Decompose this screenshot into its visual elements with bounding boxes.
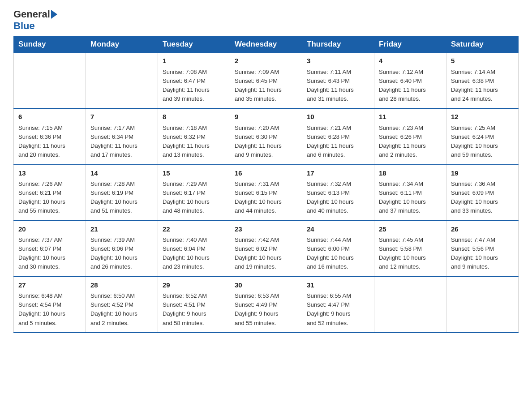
header-tuesday: Tuesday — [158, 36, 230, 53]
day-number: 22 — [163, 224, 225, 235]
day-number: 28 — [90, 280, 153, 291]
day-number: 15 — [163, 168, 225, 179]
day-info: Sunrise: 7:40 AM Sunset: 6:04 PM Dayligh… — [163, 235, 225, 272]
calendar-cell — [446, 277, 519, 333]
calendar-cell: 13Sunrise: 7:26 AM Sunset: 6:21 PM Dayli… — [14, 165, 86, 221]
day-number: 7 — [90, 112, 153, 122]
week-row-5: 27Sunrise: 6:48 AM Sunset: 4:54 PM Dayli… — [14, 277, 519, 333]
day-info: Sunrise: 7:25 AM Sunset: 6:24 PM Dayligh… — [451, 124, 514, 160]
day-info: Sunrise: 6:50 AM Sunset: 4:52 PM Dayligh… — [90, 291, 153, 328]
calendar-cell: 9Sunrise: 7:20 AM Sunset: 6:30 PM Daylig… — [230, 108, 302, 164]
calendar-cell: 31Sunrise: 6:55 AM Sunset: 4:47 PM Dayli… — [302, 277, 374, 333]
week-row-1: 1Sunrise: 7:08 AM Sunset: 6:47 PM Daylig… — [14, 53, 519, 109]
week-row-3: 13Sunrise: 7:26 AM Sunset: 6:21 PM Dayli… — [14, 165, 519, 221]
day-info: Sunrise: 7:45 AM Sunset: 5:58 PM Dayligh… — [379, 235, 442, 272]
day-number: 20 — [18, 224, 81, 235]
day-info: Sunrise: 7:08 AM Sunset: 6:47 PM Dayligh… — [163, 68, 225, 104]
day-number: 17 — [307, 168, 369, 179]
header-wednesday: Wednesday — [230, 36, 302, 53]
day-number: 10 — [307, 112, 369, 122]
day-number: 31 — [307, 280, 369, 291]
calendar-cell: 29Sunrise: 6:52 AM Sunset: 4:51 PM Dayli… — [158, 277, 230, 333]
day-number: 2 — [235, 56, 297, 66]
calendar-cell: 7Sunrise: 7:17 AM Sunset: 6:34 PM Daylig… — [86, 108, 158, 164]
day-info: Sunrise: 6:55 AM Sunset: 4:47 PM Dayligh… — [307, 291, 369, 328]
calendar-table: SundayMondayTuesdayWednesdayThursdayFrid… — [13, 36, 519, 333]
logo-text-blue: Blue — [13, 21, 35, 31]
day-info: Sunrise: 7:18 AM Sunset: 6:32 PM Dayligh… — [163, 124, 225, 160]
day-info: Sunrise: 7:14 AM Sunset: 6:38 PM Dayligh… — [451, 68, 514, 104]
calendar-cell: 25Sunrise: 7:45 AM Sunset: 5:58 PM Dayli… — [374, 221, 446, 277]
calendar-cell — [14, 53, 86, 109]
day-number: 16 — [235, 168, 297, 179]
calendar-header-row: SundayMondayTuesdayWednesdayThursdayFrid… — [14, 36, 519, 53]
header-sunday: Sunday — [14, 36, 86, 53]
calendar-cell: 27Sunrise: 6:48 AM Sunset: 4:54 PM Dayli… — [14, 277, 86, 333]
day-info: Sunrise: 7:32 AM Sunset: 6:13 PM Dayligh… — [307, 180, 369, 216]
day-info: Sunrise: 7:36 AM Sunset: 6:09 PM Dayligh… — [451, 180, 514, 216]
day-number: 14 — [90, 168, 153, 179]
day-info: Sunrise: 7:37 AM Sunset: 6:07 PM Dayligh… — [18, 235, 81, 272]
page-header: General Blue — [13, 9, 519, 31]
calendar-cell: 23Sunrise: 7:42 AM Sunset: 6:02 PM Dayli… — [230, 221, 302, 277]
day-number: 29 — [163, 280, 225, 291]
calendar-cell: 28Sunrise: 6:50 AM Sunset: 4:52 PM Dayli… — [86, 277, 158, 333]
day-number: 25 — [379, 224, 442, 235]
day-number: 8 — [163, 112, 225, 122]
calendar-cell: 12Sunrise: 7:25 AM Sunset: 6:24 PM Dayli… — [446, 108, 519, 164]
day-number: 4 — [379, 56, 442, 66]
day-info: Sunrise: 7:12 AM Sunset: 6:40 PM Dayligh… — [379, 68, 442, 104]
day-number: 6 — [18, 112, 81, 122]
day-info: Sunrise: 7:23 AM Sunset: 6:26 PM Dayligh… — [379, 124, 442, 160]
day-info: Sunrise: 6:48 AM Sunset: 4:54 PM Dayligh… — [18, 291, 81, 328]
day-info: Sunrise: 7:26 AM Sunset: 6:21 PM Dayligh… — [18, 180, 81, 216]
calendar-cell: 5Sunrise: 7:14 AM Sunset: 6:38 PM Daylig… — [446, 53, 519, 109]
header-monday: Monday — [86, 36, 158, 53]
calendar-cell: 21Sunrise: 7:39 AM Sunset: 6:06 PM Dayli… — [86, 221, 158, 277]
calendar-cell: 6Sunrise: 7:15 AM Sunset: 6:36 PM Daylig… — [14, 108, 86, 164]
calendar-cell: 2Sunrise: 7:09 AM Sunset: 6:45 PM Daylig… — [230, 53, 302, 109]
calendar-cell: 3Sunrise: 7:11 AM Sunset: 6:43 PM Daylig… — [302, 53, 374, 109]
calendar-cell: 24Sunrise: 7:44 AM Sunset: 6:00 PM Dayli… — [302, 221, 374, 277]
calendar-cell: 16Sunrise: 7:31 AM Sunset: 6:15 PM Dayli… — [230, 165, 302, 221]
day-number: 18 — [379, 168, 442, 179]
day-info: Sunrise: 7:42 AM Sunset: 6:02 PM Dayligh… — [235, 235, 297, 272]
day-info: Sunrise: 7:11 AM Sunset: 6:43 PM Dayligh… — [307, 68, 369, 104]
day-number: 19 — [451, 168, 514, 179]
day-number: 24 — [307, 224, 369, 235]
day-info: Sunrise: 7:31 AM Sunset: 6:15 PM Dayligh… — [235, 180, 297, 216]
day-info: Sunrise: 7:44 AM Sunset: 6:00 PM Dayligh… — [307, 235, 369, 272]
day-info: Sunrise: 7:09 AM Sunset: 6:45 PM Dayligh… — [235, 68, 297, 104]
day-number: 21 — [90, 224, 153, 235]
calendar-cell: 17Sunrise: 7:32 AM Sunset: 6:13 PM Dayli… — [302, 165, 374, 221]
day-number: 9 — [235, 112, 297, 122]
day-number: 27 — [18, 280, 81, 291]
day-info: Sunrise: 7:39 AM Sunset: 6:06 PM Dayligh… — [90, 235, 153, 272]
calendar-cell: 22Sunrise: 7:40 AM Sunset: 6:04 PM Dayli… — [158, 221, 230, 277]
day-info: Sunrise: 7:29 AM Sunset: 6:17 PM Dayligh… — [163, 180, 225, 216]
day-number: 3 — [307, 56, 369, 66]
day-number: 11 — [379, 112, 442, 122]
calendar-cell: 20Sunrise: 7:37 AM Sunset: 6:07 PM Dayli… — [14, 221, 86, 277]
day-info: Sunrise: 7:21 AM Sunset: 6:28 PM Dayligh… — [307, 124, 369, 160]
calendar-cell — [374, 277, 446, 333]
day-number: 12 — [451, 112, 514, 122]
logo-text-general: General — [13, 9, 50, 20]
calendar-cell: 30Sunrise: 6:53 AM Sunset: 4:49 PM Dayli… — [230, 277, 302, 333]
calendar-cell: 11Sunrise: 7:23 AM Sunset: 6:26 PM Dayli… — [374, 108, 446, 164]
day-info: Sunrise: 7:17 AM Sunset: 6:34 PM Dayligh… — [90, 124, 153, 160]
header-thursday: Thursday — [302, 36, 374, 53]
calendar-cell: 14Sunrise: 7:28 AM Sunset: 6:19 PM Dayli… — [86, 165, 158, 221]
logo: General Blue — [13, 9, 57, 31]
calendar-cell: 15Sunrise: 7:29 AM Sunset: 6:17 PM Dayli… — [158, 165, 230, 221]
week-row-2: 6Sunrise: 7:15 AM Sunset: 6:36 PM Daylig… — [14, 108, 519, 164]
day-number: 5 — [451, 56, 514, 66]
day-number: 23 — [235, 224, 297, 235]
day-number: 13 — [18, 168, 81, 179]
day-info: Sunrise: 7:28 AM Sunset: 6:19 PM Dayligh… — [90, 180, 153, 216]
day-info: Sunrise: 6:53 AM Sunset: 4:49 PM Dayligh… — [235, 291, 297, 328]
day-info: Sunrise: 7:20 AM Sunset: 6:30 PM Dayligh… — [235, 124, 297, 160]
calendar-cell: 4Sunrise: 7:12 AM Sunset: 6:40 PM Daylig… — [374, 53, 446, 109]
day-number: 30 — [235, 280, 297, 291]
day-info: Sunrise: 7:34 AM Sunset: 6:11 PM Dayligh… — [379, 180, 442, 216]
